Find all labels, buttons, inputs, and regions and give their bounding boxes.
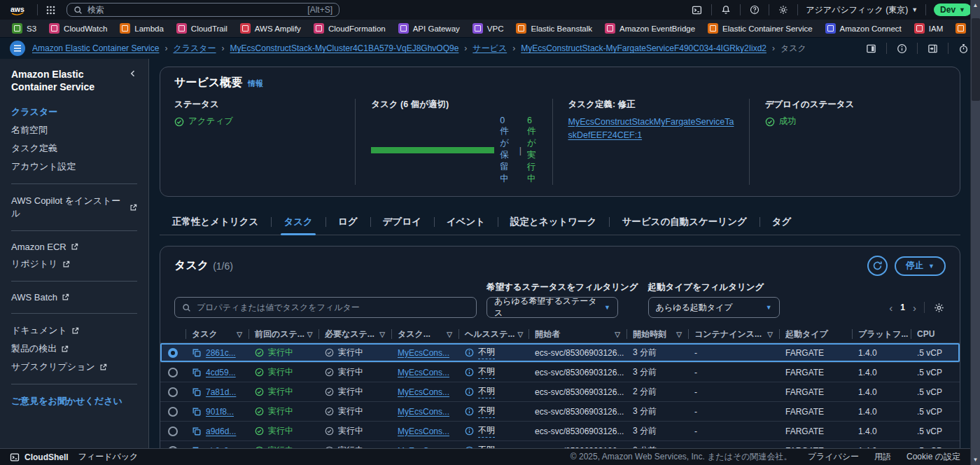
timer-icon[interactable] [957, 42, 970, 55]
global-search-input[interactable]: 検索 [Alt+S] [66, 3, 340, 17]
filter-column-icon[interactable]: ▽ [444, 331, 452, 338]
copy-icon[interactable] [192, 387, 202, 397]
sidebar-item[interactable]: サブスクリプション [11, 358, 137, 376]
info-link[interactable]: 情報 [248, 78, 263, 89]
task-id-link[interactable]: a9d6d... [206, 426, 236, 436]
sidebar-collapse-icon[interactable] [129, 68, 137, 78]
row-radio[interactable] [168, 348, 178, 358]
scroll-down-arrow[interactable]: ▼ [971, 457, 980, 463]
favorite-aws-amplify[interactable]: AWS Amplify [234, 20, 307, 37]
cloudshell-icon[interactable] [690, 4, 704, 17]
breadcrumb-item[interactable]: MyEcsConstructStack-MyCluster4C1BA579-Vq… [230, 43, 459, 53]
favorite-amazon-eventbridge[interactable]: Amazon EventBridge [598, 20, 701, 37]
task-definition-link[interactable]: MyEcsCons... [398, 368, 449, 377]
tab[interactable]: イベント [434, 211, 498, 235]
favorite-elastic-container-service[interactable]: Elastic Container Service [701, 20, 818, 37]
filter-column-icon[interactable]: ▽ [764, 331, 773, 338]
copy-icon[interactable] [192, 368, 202, 377]
column-header[interactable]: 開始時刻▽ [626, 326, 688, 342]
page-number[interactable]: 1 [900, 303, 905, 312]
task-row[interactable]: a9d6d...実行中実行中MyEcsCons...不明ecs-svc/8530… [160, 422, 960, 441]
desired-status-select[interactable]: あらゆる希望するステータス▼ [486, 297, 618, 318]
task-definition-link[interactable]: MyEcsCons... [398, 387, 449, 397]
sidebar-item[interactable]: タスク定義 [11, 139, 137, 158]
sidebar-item[interactable]: ドキュメント [11, 321, 137, 340]
aws-logo[interactable]: aws [8, 3, 30, 18]
breadcrumb-item[interactable]: MyEcsConstructStack-MyFargateServiceF490… [521, 43, 766, 53]
next-page-button[interactable]: › [913, 302, 916, 314]
previous-page-button[interactable]: ‹ [889, 302, 892, 314]
launch-type-select[interactable]: あらゆる起動タイプ▼ [648, 297, 780, 318]
filter-column-icon[interactable]: ▽ [673, 331, 682, 338]
task-definition-link[interactable]: MyEcsCons... [398, 407, 449, 417]
favorite-s3[interactable]: S3 [6, 20, 43, 37]
favorite-iam[interactable]: IAM [908, 20, 949, 37]
menu-icon[interactable] [10, 41, 25, 56]
task-row[interactable]: 2861c...実行中実行中MyEcsCons...不明ecs-svc/8530… [160, 343, 960, 363]
column-header[interactable]: CPU [911, 326, 960, 342]
cookie-settings-link[interactable]: Cookie の設定 [906, 451, 960, 463]
copy-icon[interactable] [192, 407, 202, 417]
breadcrumb-item[interactable]: Amazon Elastic Container Service [32, 43, 159, 53]
stop-button[interactable]: 停止▼ [895, 256, 946, 276]
tab[interactable]: タスク [271, 211, 325, 235]
column-header[interactable]: 前回のステ...▽ [248, 326, 318, 342]
column-header[interactable]: 必要なステ...▽ [318, 326, 391, 342]
table-settings-gear-icon[interactable] [932, 301, 946, 314]
tab[interactable]: 正常性とメトリクス [160, 211, 271, 235]
settings-gear-icon[interactable] [777, 4, 790, 16]
tab[interactable]: タグ [760, 211, 804, 235]
task-id-link[interactable]: 2861c... [206, 348, 236, 358]
sidebar-item[interactable]: AWS Batch [11, 289, 137, 305]
column-header[interactable]: 開始者▽ [528, 326, 626, 342]
task-definition-link[interactable]: MyEcsCons... [398, 426, 449, 436]
refresh-button[interactable] [867, 256, 888, 276]
terms-link[interactable]: 用語 [874, 451, 891, 463]
breadcrumb-item[interactable]: サービス [472, 43, 507, 55]
tab[interactable]: ログ [326, 211, 370, 235]
row-radio[interactable] [168, 407, 178, 417]
task-row[interactable]: 901f8...実行中実行中MyEcsCons...不明ecs-svc/8530… [160, 402, 960, 422]
profile-menu[interactable]: Dev▼ [934, 4, 972, 16]
filter-column-icon[interactable]: ▽ [612, 331, 620, 338]
info-panel-icon[interactable] [895, 42, 909, 55]
task-id-link[interactable]: 4cd59... [206, 368, 236, 377]
region-selector[interactable]: アジアパシフィック (東京)▼ [806, 4, 918, 16]
help-icon[interactable] [748, 4, 761, 16]
column-header[interactable]: コンテナインス...▽ [688, 326, 779, 342]
row-radio[interactable] [168, 368, 178, 377]
task-row[interactable]: 4cd59...実行中実行中MyEcsCons...不明ecs-svc/8530… [160, 363, 960, 382]
filter-column-icon[interactable]: ▽ [234, 331, 242, 338]
sidebar-item[interactable]: リポジトリ [11, 255, 137, 273]
filter-column-icon[interactable]: ▽ [377, 331, 385, 338]
column-header[interactable]: 起動タイプ [779, 326, 852, 342]
column-header[interactable]: プラットフ... [852, 326, 911, 342]
task-id-link[interactable]: 7a81d... [206, 387, 236, 397]
scroll-up-arrow[interactable]: ▲ [971, 2, 980, 8]
app-grid-icon[interactable] [45, 4, 57, 16]
task-filter-input[interactable]: プロパティまたは値でタスクをフィルター [174, 297, 477, 318]
task-definition-link[interactable]: MyEcsConstructStackMyFargateServiceTaskD… [568, 116, 738, 142]
tab[interactable]: デプロイ [370, 211, 434, 235]
tab[interactable]: サービスの自動スケーリング [609, 211, 759, 235]
copy-icon[interactable] [192, 426, 202, 436]
favorite-cloudtrail[interactable]: CloudTrail [170, 20, 234, 37]
favorite-amazon-connect[interactable]: Amazon Connect [819, 20, 908, 37]
vscroll-thumb[interactable] [972, 18, 980, 101]
row-radio[interactable] [168, 387, 178, 397]
task-row[interactable]: 7a81d...実行中実行中MyEcsCons...不明ecs-svc/8530… [160, 382, 960, 402]
cloudshell-button[interactable]: CloudShell [10, 452, 69, 462]
task-definition-link[interactable]: MyEcsCons... [398, 348, 449, 358]
filter-column-icon[interactable]: ▽ [304, 331, 313, 338]
sidebar-item[interactable]: 名前空間 [11, 121, 137, 139]
vertical-scrollbar[interactable]: ▲ ▼ [970, 0, 980, 465]
privacy-link[interactable]: プライバシー [808, 451, 859, 463]
row-radio[interactable] [168, 426, 178, 436]
tab[interactable]: 設定とネットワーク [498, 211, 609, 235]
task-id-link[interactable]: 901f8... [206, 407, 234, 417]
copy-icon[interactable] [192, 348, 202, 358]
feedback-button[interactable]: フィードバック [78, 451, 139, 463]
sidebar-item[interactable]: アカウント設定 [11, 158, 137, 176]
sidebar-item[interactable]: AWS Copilot をインストール [11, 192, 137, 223]
favorite-cloudformation[interactable]: CloudFormation [307, 20, 392, 37]
